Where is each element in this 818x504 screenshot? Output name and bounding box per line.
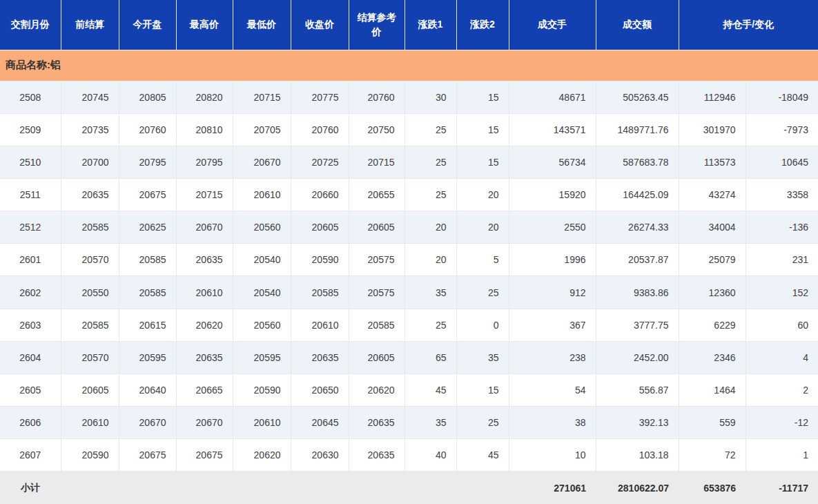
product-name-label: 商品名称:铝 — [0, 50, 818, 81]
delivery-month-cell: 2605 — [0, 374, 61, 406]
close-cell: 20590 — [291, 244, 349, 276]
prev-settlement-cell: 20550 — [61, 276, 119, 309]
open-cell: 20805 — [119, 81, 176, 113]
table-row: 2606206102067020670206102064520635352538… — [0, 407, 818, 439]
high-cell: 20635 — [176, 341, 233, 374]
prev-settlement-cell: 20610 — [61, 407, 119, 439]
oi-change-cell: -12 — [746, 407, 818, 439]
open-cell: 20675 — [119, 439, 176, 472]
column-header-prev-settlement: 前结算 — [61, 0, 119, 50]
open-interest-cell: 113573 — [679, 146, 746, 178]
close-cell: 20610 — [291, 309, 349, 341]
volume-cell: 912 — [509, 276, 596, 309]
settlement-ref-cell: 20715 — [349, 146, 405, 178]
low-cell: 20610 — [233, 179, 291, 211]
low-cell: 20560 — [233, 211, 291, 244]
oi-change-cell: 3358 — [746, 179, 818, 211]
open-interest-cell: 6229 — [679, 309, 746, 341]
close-cell: 20585 — [291, 276, 349, 309]
open-interest-cell: 2346 — [679, 341, 746, 374]
open-interest-cell: 301970 — [679, 113, 746, 146]
settlement-ref-cell: 20750 — [349, 113, 405, 146]
high-cell: 20675 — [176, 439, 233, 472]
column-header-close: 收盘价 — [291, 0, 349, 50]
settlement-ref-cell: 20655 — [349, 179, 405, 211]
subtotal-open-interest: 653876 — [679, 472, 746, 504]
table-row: 2510207002079520795206702072520715251556… — [0, 146, 818, 178]
open-cell: 20585 — [119, 276, 176, 309]
delivery-month-cell: 2606 — [0, 407, 61, 439]
delivery-month-cell: 2601 — [0, 244, 61, 276]
change2-cell: 15 — [456, 374, 509, 406]
delivery-month-cell: 2512 — [0, 211, 61, 244]
high-cell: 20670 — [176, 211, 233, 244]
delivery-month-cell: 2603 — [0, 309, 61, 341]
delivery-month-cell: 2508 — [0, 81, 61, 113]
high-cell: 20635 — [176, 244, 233, 276]
oi-change-cell: 1 — [746, 439, 818, 472]
change1-cell: 25 — [405, 179, 456, 211]
open-interest-cell: 1464 — [679, 374, 746, 406]
subtotal-label: 小计 — [0, 472, 61, 504]
change1-cell: 25 — [405, 113, 456, 146]
turnover-cell: 587683.78 — [596, 146, 679, 178]
volume-cell: 48671 — [509, 81, 596, 113]
change1-cell: 25 — [405, 146, 456, 178]
subtotal-cell — [456, 472, 509, 504]
column-header-volume: 成交手 — [509, 0, 596, 50]
prev-settlement-cell: 20745 — [61, 81, 119, 113]
turnover-cell: 2452.00 — [596, 341, 679, 374]
subtotal-cell — [176, 472, 233, 504]
turnover-cell: 26274.33 — [596, 211, 679, 244]
subtotal-change: -11717 — [746, 472, 818, 504]
turnover-cell: 164425.09 — [596, 179, 679, 211]
change1-cell: 65 — [405, 341, 456, 374]
open-interest-cell: 559 — [679, 407, 746, 439]
close-cell: 20630 — [291, 439, 349, 472]
oi-change-cell: 152 — [746, 276, 818, 309]
close-cell: 20660 — [291, 179, 349, 211]
product-banner-row: 商品名称:铝 — [0, 50, 818, 81]
column-header-change1: 涨跌1 — [405, 0, 456, 50]
open-cell: 20675 — [119, 179, 176, 211]
oi-change-cell: 10645 — [746, 146, 818, 178]
delivery-month-cell: 2511 — [0, 179, 61, 211]
settlement-ref-cell: 20760 — [349, 81, 405, 113]
low-cell: 20540 — [233, 244, 291, 276]
table-row: 2601205702058520635205402059020575205199… — [0, 244, 818, 276]
settlement-ref-cell: 20585 — [349, 309, 405, 341]
delivery-month-cell: 2509 — [0, 113, 61, 146]
change2-cell: 35 — [456, 341, 509, 374]
subtotal-cell — [119, 472, 176, 504]
prev-settlement-cell: 20585 — [61, 211, 119, 244]
change1-cell: 40 — [405, 439, 456, 472]
settlement-ref-cell: 20635 — [349, 439, 405, 472]
settlement-ref-cell: 20575 — [349, 276, 405, 309]
delivery-month-cell: 2602 — [0, 276, 61, 309]
low-cell: 20670 — [233, 146, 291, 178]
change2-cell: 25 — [456, 276, 509, 309]
change2-cell: 15 — [456, 81, 509, 113]
turnover-cell: 3777.75 — [596, 309, 679, 341]
subtotal-cell — [405, 472, 456, 504]
prev-settlement-cell: 20700 — [61, 146, 119, 178]
table-row: 2509207352076020810207052076020750251514… — [0, 113, 818, 146]
open-cell: 20615 — [119, 309, 176, 341]
subtotal-cell — [233, 472, 291, 504]
high-cell: 20810 — [176, 113, 233, 146]
table-row: 2602205502058520610205402058520575352591… — [0, 276, 818, 309]
futures-quote-table: 交割月份 前结算 今开盘 最高价 最低价 收盘价 结算参考价 涨跌1 涨跌2 成… — [0, 0, 818, 504]
prev-settlement-cell: 20605 — [61, 374, 119, 406]
close-cell: 20635 — [291, 341, 349, 374]
open-interest-cell: 72 — [679, 439, 746, 472]
open-interest-cell: 43274 — [679, 179, 746, 211]
change2-cell: 20 — [456, 179, 509, 211]
change2-cell: 45 — [456, 439, 509, 472]
change2-cell: 15 — [456, 113, 509, 146]
subtotal-turnover: 2810622.07 — [596, 472, 679, 504]
open-interest-cell: 34004 — [679, 211, 746, 244]
low-cell: 20715 — [233, 81, 291, 113]
column-header-high: 最高价 — [176, 0, 233, 50]
open-cell: 20670 — [119, 407, 176, 439]
high-cell: 20665 — [176, 374, 233, 406]
